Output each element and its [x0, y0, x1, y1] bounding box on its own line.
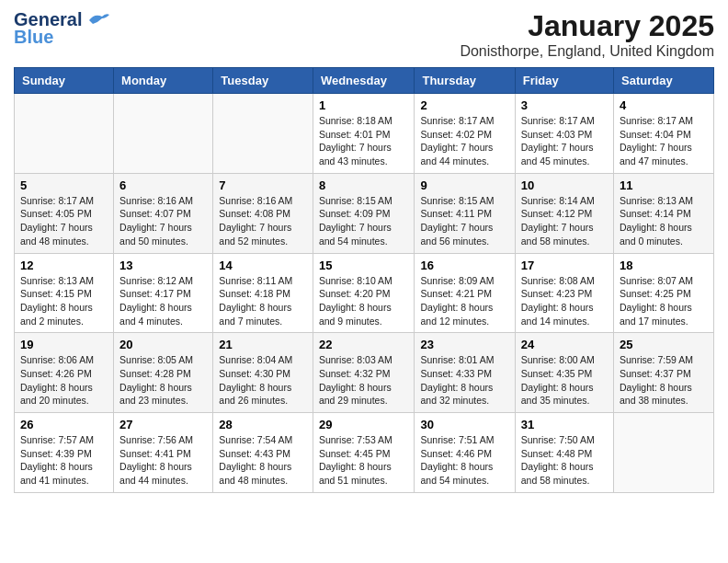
day-info: Sunrise: 8:16 AMSunset: 4:07 PMDaylight:…: [119, 194, 207, 248]
day-info: Sunrise: 8:17 AMSunset: 4:05 PMDaylight:…: [20, 194, 108, 248]
table-row: [614, 413, 714, 493]
day-info: Sunrise: 8:00 AMSunset: 4:35 PMDaylight:…: [521, 353, 608, 408]
table-row: 15Sunrise: 8:10 AMSunset: 4:20 PMDayligh…: [313, 253, 415, 333]
day-number: 10: [521, 178, 608, 192]
table-row: 11Sunrise: 8:13 AMSunset: 4:14 PMDayligh…: [614, 173, 714, 253]
day-number: 27: [119, 418, 207, 431]
table-row: [213, 94, 313, 174]
day-number: 3: [521, 98, 608, 112]
table-row: 27Sunrise: 7:56 AMSunset: 4:41 PMDayligh…: [114, 413, 213, 493]
table-row: 10Sunrise: 8:14 AMSunset: 4:12 PMDayligh…: [515, 173, 613, 253]
calendar-header-row: Sunday Monday Tuesday Wednesday Thursday…: [15, 68, 714, 94]
col-wednesday: Wednesday: [313, 68, 415, 94]
table-row: 4Sunrise: 8:17 AMSunset: 4:04 PMDaylight…: [614, 94, 714, 174]
table-row: 5Sunrise: 8:17 AMSunset: 4:05 PMDaylight…: [15, 173, 114, 253]
table-row: 8Sunrise: 8:15 AMSunset: 4:09 PMDaylight…: [313, 173, 415, 253]
day-number: 1: [319, 98, 409, 112]
day-number: 24: [521, 338, 608, 351]
table-row: 30Sunrise: 7:51 AMSunset: 4:46 PMDayligh…: [415, 413, 515, 493]
table-row: 14Sunrise: 8:11 AMSunset: 4:18 PMDayligh…: [213, 253, 313, 333]
day-number: 29: [319, 418, 409, 431]
day-info: Sunrise: 8:12 AMSunset: 4:17 PMDaylight:…: [119, 274, 207, 328]
calendar-table: Sunday Monday Tuesday Wednesday Thursday…: [14, 67, 714, 493]
table-row: 12Sunrise: 8:13 AMSunset: 4:15 PMDayligh…: [15, 253, 114, 333]
day-number: 2: [420, 98, 508, 112]
col-saturday: Saturday: [614, 68, 714, 94]
day-number: 31: [521, 418, 608, 431]
day-info: Sunrise: 8:14 AMSunset: 4:12 PMDaylight:…: [521, 194, 608, 248]
calendar-week-row: 19Sunrise: 8:06 AMSunset: 4:26 PMDayligh…: [15, 333, 714, 413]
day-number: 22: [319, 338, 409, 351]
day-info: Sunrise: 7:53 AMSunset: 4:45 PMDaylight:…: [319, 433, 409, 488]
day-info: Sunrise: 8:13 AMSunset: 4:15 PMDaylight:…: [20, 274, 108, 328]
col-sunday: Sunday: [15, 68, 114, 94]
table-row: 23Sunrise: 8:01 AMSunset: 4:33 PMDayligh…: [415, 333, 515, 413]
col-tuesday: Tuesday: [213, 68, 313, 94]
month-title: January 2025: [460, 9, 714, 43]
header: General Blue January 2025 Donisthorpe, E…: [14, 9, 714, 60]
calendar-week-row: 1Sunrise: 8:18 AMSunset: 4:01 PMDaylight…: [15, 94, 714, 174]
day-number: 21: [219, 338, 307, 351]
day-info: Sunrise: 8:03 AMSunset: 4:32 PMDaylight:…: [319, 353, 409, 408]
day-number: 19: [20, 338, 108, 351]
calendar-week-row: 5Sunrise: 8:17 AMSunset: 4:05 PMDaylight…: [15, 173, 714, 253]
table-row: 17Sunrise: 8:08 AMSunset: 4:23 PMDayligh…: [515, 253, 613, 333]
calendar-week-row: 26Sunrise: 7:57 AMSunset: 4:39 PMDayligh…: [15, 413, 714, 493]
logo-bird-icon: [85, 11, 111, 29]
day-info: Sunrise: 7:50 AMSunset: 4:48 PMDaylight:…: [521, 433, 608, 488]
day-number: 14: [219, 259, 307, 272]
day-number: 20: [119, 338, 207, 351]
table-row: 28Sunrise: 7:54 AMSunset: 4:43 PMDayligh…: [213, 413, 313, 493]
table-row: 16Sunrise: 8:09 AMSunset: 4:21 PMDayligh…: [415, 253, 515, 333]
table-row: 7Sunrise: 8:16 AMSunset: 4:08 PMDaylight…: [213, 173, 313, 253]
day-number: 30: [420, 418, 508, 431]
table-row: [15, 94, 114, 174]
day-number: 7: [219, 178, 307, 192]
table-row: 29Sunrise: 7:53 AMSunset: 4:45 PMDayligh…: [313, 413, 415, 493]
day-info: Sunrise: 8:15 AMSunset: 4:11 PMDaylight:…: [420, 194, 508, 248]
day-number: 28: [219, 418, 307, 431]
day-info: Sunrise: 8:10 AMSunset: 4:20 PMDaylight:…: [319, 274, 409, 328]
day-info: Sunrise: 8:17 AMSunset: 4:03 PMDaylight:…: [521, 114, 608, 168]
table-row: 24Sunrise: 8:00 AMSunset: 4:35 PMDayligh…: [515, 333, 613, 413]
title-section: January 2025 Donisthorpe, England, Unite…: [460, 9, 714, 60]
day-number: 16: [420, 259, 508, 272]
day-number: 12: [20, 259, 108, 272]
table-row: 19Sunrise: 8:06 AMSunset: 4:26 PMDayligh…: [15, 333, 114, 413]
day-number: 8: [319, 178, 409, 192]
day-info: Sunrise: 7:59 AMSunset: 4:37 PMDaylight:…: [620, 353, 708, 408]
day-info: Sunrise: 8:01 AMSunset: 4:33 PMDaylight:…: [420, 353, 508, 408]
day-info: Sunrise: 8:06 AMSunset: 4:26 PMDaylight:…: [20, 353, 108, 408]
col-friday: Friday: [515, 68, 613, 94]
table-row: 3Sunrise: 8:17 AMSunset: 4:03 PMDaylight…: [515, 94, 613, 174]
day-info: Sunrise: 7:54 AMSunset: 4:43 PMDaylight:…: [219, 433, 307, 488]
day-info: Sunrise: 8:07 AMSunset: 4:25 PMDaylight:…: [620, 274, 708, 328]
table-row: 20Sunrise: 8:05 AMSunset: 4:28 PMDayligh…: [114, 333, 213, 413]
table-row: 26Sunrise: 7:57 AMSunset: 4:39 PMDayligh…: [15, 413, 114, 493]
table-row: 6Sunrise: 8:16 AMSunset: 4:07 PMDaylight…: [114, 173, 213, 253]
logo: General Blue: [14, 9, 111, 48]
day-info: Sunrise: 8:17 AMSunset: 4:04 PMDaylight:…: [620, 114, 708, 168]
day-info: Sunrise: 8:15 AMSunset: 4:09 PMDaylight:…: [319, 194, 409, 248]
table-row: 2Sunrise: 8:17 AMSunset: 4:02 PMDaylight…: [415, 94, 515, 174]
table-row: 22Sunrise: 8:03 AMSunset: 4:32 PMDayligh…: [313, 333, 415, 413]
table-row: 21Sunrise: 8:04 AMSunset: 4:30 PMDayligh…: [213, 333, 313, 413]
day-info: Sunrise: 8:11 AMSunset: 4:18 PMDaylight:…: [219, 274, 307, 328]
day-number: 6: [119, 178, 207, 192]
day-info: Sunrise: 7:56 AMSunset: 4:41 PMDaylight:…: [119, 433, 207, 488]
day-info: Sunrise: 7:51 AMSunset: 4:46 PMDaylight:…: [420, 433, 508, 488]
calendar-week-row: 12Sunrise: 8:13 AMSunset: 4:15 PMDayligh…: [15, 253, 714, 333]
day-info: Sunrise: 8:16 AMSunset: 4:08 PMDaylight:…: [219, 194, 307, 248]
col-thursday: Thursday: [415, 68, 515, 94]
day-info: Sunrise: 8:18 AMSunset: 4:01 PMDaylight:…: [319, 114, 409, 168]
day-info: Sunrise: 7:57 AMSunset: 4:39 PMDaylight:…: [20, 433, 108, 488]
day-number: 13: [119, 259, 207, 272]
table-row: 9Sunrise: 8:15 AMSunset: 4:11 PMDaylight…: [415, 173, 515, 253]
day-number: 17: [521, 259, 608, 272]
day-info: Sunrise: 8:05 AMSunset: 4:28 PMDaylight:…: [119, 353, 207, 408]
day-info: Sunrise: 8:08 AMSunset: 4:23 PMDaylight:…: [521, 274, 608, 328]
day-info: Sunrise: 8:17 AMSunset: 4:02 PMDaylight:…: [420, 114, 508, 168]
day-number: 23: [420, 338, 508, 351]
table-row: [114, 94, 213, 174]
day-info: Sunrise: 8:13 AMSunset: 4:14 PMDaylight:…: [620, 194, 708, 248]
